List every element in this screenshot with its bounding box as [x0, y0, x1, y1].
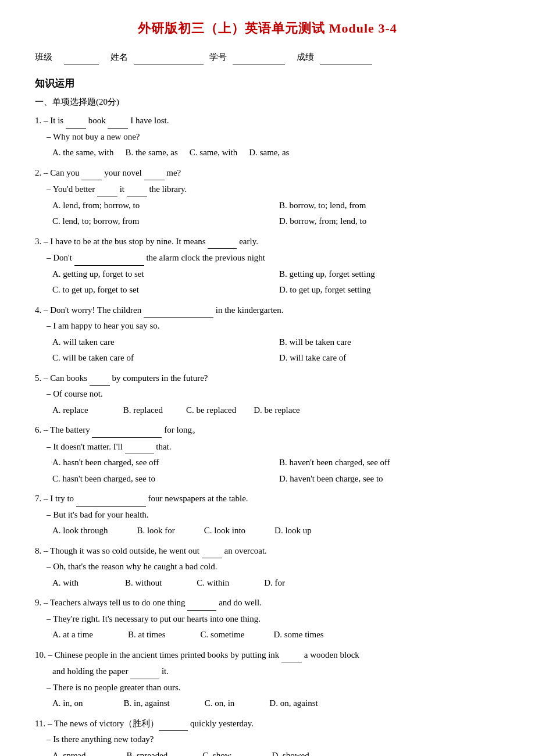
q11-options: A. spread B. spreaded C. show D. showed: [52, 748, 500, 756]
q2-line1: 2. – Can you your novel me?: [35, 165, 500, 181]
q4-options: A. will taken care B. will be taken care…: [52, 335, 500, 366]
q8-optC: C. within: [197, 576, 229, 591]
class-blank: [64, 49, 99, 65]
q9-optB: B. at times: [128, 627, 166, 643]
section-title: 知识运用: [35, 76, 500, 92]
q8-options: A. with B. without C. within D. for: [52, 576, 500, 591]
q11-line1: 11. – The news of victory（胜利） quickly ye…: [35, 716, 500, 732]
q2-optC: C. lend, to; borrow, from: [52, 214, 273, 229]
q2-optA: A. lend, from; borrow, to: [52, 198, 273, 213]
q1-line2: – Why not buy a new one?: [47, 130, 500, 145]
q7-optD: D. look up: [274, 523, 312, 539]
q3-optD: D. to get up, forget setting: [279, 283, 500, 298]
question-9: 9. – Teachers always tell us to do one t…: [35, 595, 500, 643]
q6-optB: B. haven't been charged, see off: [279, 455, 500, 470]
q3-line1: 3. – I have to be at the bus stop by nin…: [35, 234, 500, 249]
q7-optB: B. look for: [137, 523, 174, 539]
q3-line2: – Don't the alarm clock the previous nig…: [47, 250, 500, 266]
page-title: 外研版初三（上）英语单元测试 Module 3-4: [35, 17, 500, 39]
q7-optA: A. look through: [52, 523, 108, 539]
q3-optC: C. to get up, forget to set: [52, 283, 273, 298]
q9-optC: C. sometime: [201, 627, 245, 643]
q11-optA: A. spread: [52, 748, 85, 756]
q10-optA: A. in, on: [52, 696, 83, 711]
q7-options: A. look through B. look for C. look into…: [52, 523, 500, 539]
q5-optC: C. be replaced: [186, 403, 236, 418]
q3-options: A. getting up, forget to set B. getting …: [52, 267, 500, 298]
q9-line2: – They're right. It's necessary to put o…: [47, 612, 500, 627]
q8-optB: B. without: [125, 576, 162, 591]
q8-optD: D. for: [264, 576, 285, 591]
q8-optA: A. with: [52, 576, 79, 591]
q2-optD: D. borrow, from; lend, to: [279, 214, 500, 229]
q5-optA: A. replace: [52, 403, 88, 418]
q1-optB: B. the same, as: [125, 145, 177, 161]
q10-line2: and holding the paper it.: [52, 664, 500, 679]
q8-line2: – Oh, that's the reason why he caught a …: [47, 559, 500, 575]
question-10: 10. – Chinese people in the ancient time…: [35, 647, 500, 711]
q2-options: A. lend, from; borrow, to B. borrow, to;…: [52, 198, 500, 229]
q10-line1: 10. – Chinese people in the ancient time…: [35, 647, 500, 663]
class-label: 班级: [35, 50, 58, 65]
q6-optC: C. hasn't been charged, see to: [52, 472, 273, 487]
q5-line1: 5. – Can books by computers in the futur…: [35, 370, 500, 386]
score-blank: [320, 49, 372, 65]
q4-optD: D. will take care of: [279, 351, 500, 366]
question-8: 8. – Though it was so cold outside, he w…: [35, 543, 500, 591]
q6-line2: – It doesn't matter. I'll that.: [47, 439, 500, 455]
q6-optA: A. hasn't been charged, see off: [52, 455, 273, 470]
q6-optD: D. haven't been charge, see to: [279, 472, 500, 487]
q1-optA: A. the same, with: [52, 145, 113, 161]
question-6: 6. – The battery for long。 – It doesn't …: [35, 422, 500, 486]
q8-line1: 8. – Though it was so cold outside, he w…: [35, 543, 500, 559]
q11-optD: D. showed: [272, 748, 309, 756]
score-label: 成绩: [297, 50, 314, 65]
q1-line1: 1. – It is book I have lost.: [35, 113, 500, 129]
q11-line2: – Is there anything new today?: [47, 732, 500, 747]
q11-optC: C. show: [202, 748, 231, 756]
sub-section: 一、单项选择题(20分): [35, 95, 500, 110]
q4-line2: – I am happy to hear you say so.: [47, 319, 500, 334]
question-1: 1. – It is book I have lost. – Why not b…: [35, 113, 500, 161]
question-7: 7. – I try to four newspapers at the tab…: [35, 491, 500, 539]
q9-optD: D. some times: [273, 627, 323, 643]
question-11: 11. – The news of victory（胜利） quickly ye…: [35, 716, 500, 756]
q9-optA: A. at a time: [52, 627, 93, 643]
q1-options: A. the same, with B. the same, as C. sam…: [52, 145, 500, 161]
q7-optC: C. look into: [204, 523, 245, 539]
q6-options: A. hasn't been charged, see off B. haven…: [52, 455, 500, 486]
q9-line1: 9. – Teachers always tell us to do one t…: [35, 595, 500, 611]
q10-optD: D. on, against: [269, 696, 318, 711]
q1-optC: C. same, with: [190, 145, 238, 161]
q2-line2: – You'd better it the library.: [47, 181, 500, 197]
q10-optC: C. on, in: [205, 696, 235, 711]
question-2: 2. – Can you your novel me? – You'd bett…: [35, 165, 500, 229]
question-3: 3. – I have to be at the bus stop by nin…: [35, 234, 500, 298]
q11-optB: B. spreaded: [126, 748, 167, 756]
q7-line1: 7. – I try to four newspapers at the tab…: [35, 491, 500, 507]
q10-optB: B. in, against: [124, 696, 170, 711]
q4-line1: 4. – Don't worry! The children in the ki…: [35, 302, 500, 318]
q4-optA: A. will taken care: [52, 335, 273, 350]
q1-optD: D. same, as: [249, 145, 289, 161]
q6-line1: 6. – The battery for long。: [35, 422, 500, 438]
id-blank: [233, 49, 285, 65]
q7-line2: – But it's bad for your health.: [47, 508, 500, 523]
q4-optC: C. will be taken care of: [52, 351, 273, 366]
q4-optB: B. will be taken care: [279, 335, 500, 350]
id-label: 学号: [209, 50, 227, 65]
q3-optB: B. getting up, forget setting: [279, 267, 500, 282]
q10-line3: – There is no people greater than ours.: [47, 680, 500, 696]
q2-optB: B. borrow, to; lend, from: [279, 198, 500, 213]
q3-optA: A. getting up, forget to set: [52, 267, 273, 282]
q10-options: A. in, on B. in, against C. on, in D. on…: [52, 696, 500, 711]
q5-optD: D. be replace: [254, 403, 300, 418]
question-5: 5. – Can books by computers in the futur…: [35, 370, 500, 418]
q5-options: A. replace B. replaced C. be replaced D.…: [52, 403, 500, 418]
q5-optB: B. replaced: [123, 403, 163, 418]
question-4: 4. – Don't worry! The children in the ki…: [35, 302, 500, 366]
name-label: 姓名: [110, 50, 128, 65]
form-row: 班级 姓名 学号 成绩: [35, 49, 500, 65]
name-blank: [134, 49, 204, 65]
q9-options: A. at a time B. at times C. sometime D. …: [52, 627, 500, 643]
